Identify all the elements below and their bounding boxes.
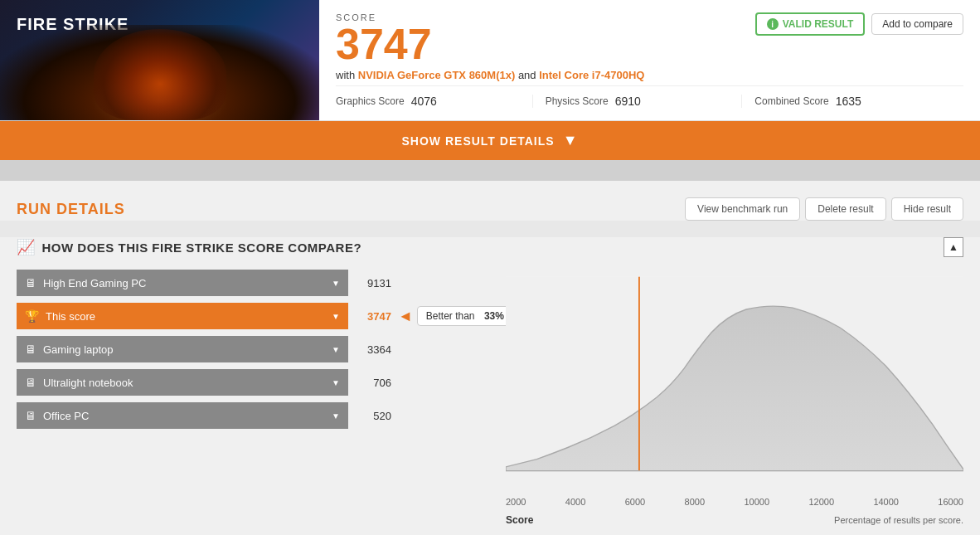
- bar-value-4: 520: [348, 410, 398, 422]
- combined-score-item: Combined Score 1635: [754, 95, 951, 108]
- chart-icon: 📈: [17, 238, 36, 256]
- add-compare-button[interactable]: Add to compare: [871, 13, 963, 35]
- x-label-8000: 8000: [685, 497, 705, 507]
- gray-strip: [0, 160, 980, 181]
- bar-value-2: 3364: [348, 343, 398, 356]
- chart-visualization: 2000 4000 6000 8000 10000 12000 14000 16…: [506, 270, 963, 518]
- tooltip-text: Better than: [426, 310, 475, 322]
- desktop-icon-2: 🖥: [25, 343, 36, 356]
- x-label-2000: 2000: [506, 497, 526, 507]
- hide-result-button[interactable]: Hide result: [891, 197, 963, 221]
- bar-row-ultralight: 🖥 Ultralight notebook ▼ 706: [17, 369, 506, 396]
- bar-label-text-4: Office PC: [43, 410, 325, 422]
- bar-label-high-end[interactable]: 🖥 High End Gaming PC ▼: [17, 270, 348, 296]
- and-text: and: [518, 69, 536, 81]
- desktop-icon-0: 🖥: [25, 276, 36, 289]
- dropdown-icon-3: ▼: [332, 378, 340, 387]
- graphics-score-item: Graphics Score 4076: [336, 95, 533, 108]
- dropdown-icon-4: ▼: [332, 411, 340, 421]
- combined-score-label: Combined Score: [754, 95, 828, 107]
- game-image: FIRE STRIKE: [0, 0, 319, 120]
- bar-label-text-this: This score: [46, 310, 325, 323]
- bar-row-high-end: 🖥 High End Gaming PC ▼ 9131: [17, 270, 506, 296]
- view-benchmark-button[interactable]: View benchmark run: [685, 197, 800, 221]
- compare-title-row: 📈 HOW DOES THIS FIRE STRIKE SCORE COMPAR…: [17, 237, 963, 257]
- x-label-4000: 4000: [565, 497, 585, 507]
- bar-label-text-0: High End Gaming PC: [43, 277, 325, 289]
- show-result-text: SHOW RESULT DETAILS: [402, 134, 555, 148]
- score-number: 3747: [336, 22, 644, 66]
- gpu-name: NVIDIA GeForce GTX 860M(1x): [358, 69, 516, 81]
- cpu-name: Intel Core i7-4700HQ: [539, 69, 644, 81]
- show-result-bar[interactable]: SHOW RESULT DETAILS ▼: [0, 121, 980, 160]
- top-panel: FIRE STRIKE SCORE 3747 with NVIDIA GeFor…: [0, 0, 980, 121]
- compare-title: 📈 HOW DOES THIS FIRE STRIKE SCORE COMPAR…: [17, 238, 361, 256]
- bar-row-this-score: 🏆 This score ▼ 3747 ◄ Better than 33% of…: [17, 303, 506, 329]
- physics-score-label: Physics Score: [546, 95, 609, 107]
- delete-result-button[interactable]: Delete result: [805, 197, 885, 221]
- score-top: SCORE 3747 with NVIDIA GeForce GTX 860M(…: [336, 12, 963, 81]
- x-label-14000: 14000: [873, 497, 899, 507]
- dropdown-icon-this: ▼: [332, 312, 340, 321]
- chevron-down-icon: ▼: [563, 132, 579, 149]
- score-axis-label: Score: [506, 514, 533, 526]
- x-label-10000: 10000: [744, 497, 769, 507]
- run-details-header: RUN DETAILS View benchmark run Delete re…: [17, 197, 963, 221]
- chart-area: 🖥 High End Gaming PC ▼ 9131 🏆 This score…: [17, 270, 963, 518]
- expand-button[interactable]: ▲: [944, 237, 963, 257]
- score-description: with NVIDIA GeForce GTX 860M(1x) and Int…: [336, 69, 644, 81]
- valid-icon: i: [767, 18, 779, 30]
- graphics-score-value: 4076: [411, 95, 437, 108]
- x-axis-labels: 2000 4000 6000 8000 10000 12000 14000 16…: [506, 494, 963, 510]
- x-label-12000: 12000: [808, 497, 834, 507]
- bars-list: 🖥 High End Gaming PC ▼ 9131 🏆 This score…: [17, 270, 506, 518]
- action-buttons: View benchmark run Delete result Hide re…: [685, 197, 963, 221]
- dropdown-icon-2: ▼: [332, 345, 340, 354]
- desktop-icon-3: 🖥: [25, 376, 36, 389]
- bar-label-gaming-laptop[interactable]: 🖥 Gaming laptop ▼: [17, 336, 348, 362]
- bar-label-text-2: Gaming laptop: [43, 343, 325, 356]
- chart-svg: [506, 270, 963, 494]
- physics-score-item: Physics Score 6910: [546, 95, 743, 108]
- with-text: with: [336, 69, 355, 81]
- arrow-left-icon: ◄: [398, 308, 413, 325]
- valid-badge: i VALID RESULT: [755, 12, 866, 36]
- bar-label-ultralight[interactable]: 🖥 Ultralight notebook ▼: [17, 369, 348, 396]
- compare-title-text: HOW DOES THIS FIRE STRIKE SCORE COMPARE?: [42, 241, 362, 255]
- monster-decoration: [94, 29, 226, 120]
- percentage-axis-label: Percentage of results per score.: [834, 515, 963, 525]
- bar-row-office-pc: 🖥 Office PC ▼ 520: [17, 402, 506, 429]
- combined-score-value: 1635: [836, 95, 861, 108]
- run-details-section: RUN DETAILS View benchmark run Delete re…: [0, 181, 980, 221]
- score-panel: SCORE 3747 with NVIDIA GeForce GTX 860M(…: [319, 0, 980, 120]
- bar-value-this: 3747: [348, 310, 398, 323]
- bar-value-0: 9131: [348, 277, 398, 289]
- desktop-icon-4: 🖥: [25, 409, 36, 422]
- x-label-6000: 6000: [625, 497, 645, 507]
- compare-section: 📈 HOW DOES THIS FIRE STRIKE SCORE COMPAR…: [0, 237, 980, 535]
- bar-label-this-score[interactable]: 🏆 This score ▼: [17, 303, 348, 329]
- score-badges: i VALID RESULT Add to compare: [755, 12, 963, 36]
- bar-label-text-3: Ultralight notebook: [43, 377, 325, 389]
- score-info: SCORE 3747 with NVIDIA GeForce GTX 860M(…: [336, 12, 644, 81]
- bar-row-gaming-laptop: 🖥 Gaming laptop ▼ 3364: [17, 336, 506, 362]
- dropdown-icon-0: ▼: [332, 279, 340, 288]
- scores-row: Graphics Score 4076 Physics Score 6910 C…: [336, 85, 963, 108]
- graphics-score-label: Graphics Score: [336, 95, 405, 107]
- trophy-icon: 🏆: [25, 309, 39, 323]
- valid-text: VALID RESULT: [783, 18, 854, 30]
- tooltip-percent: 33%: [484, 310, 504, 322]
- chart-footer: Score Percentage of results per score.: [506, 510, 963, 530]
- x-label-16000: 16000: [938, 497, 963, 507]
- bar-label-office-pc[interactable]: 🖥 Office PC ▼: [17, 402, 348, 429]
- physics-score-value: 6910: [615, 95, 641, 108]
- run-details-title: RUN DETAILS: [17, 201, 125, 218]
- bar-value-3: 706: [348, 377, 398, 389]
